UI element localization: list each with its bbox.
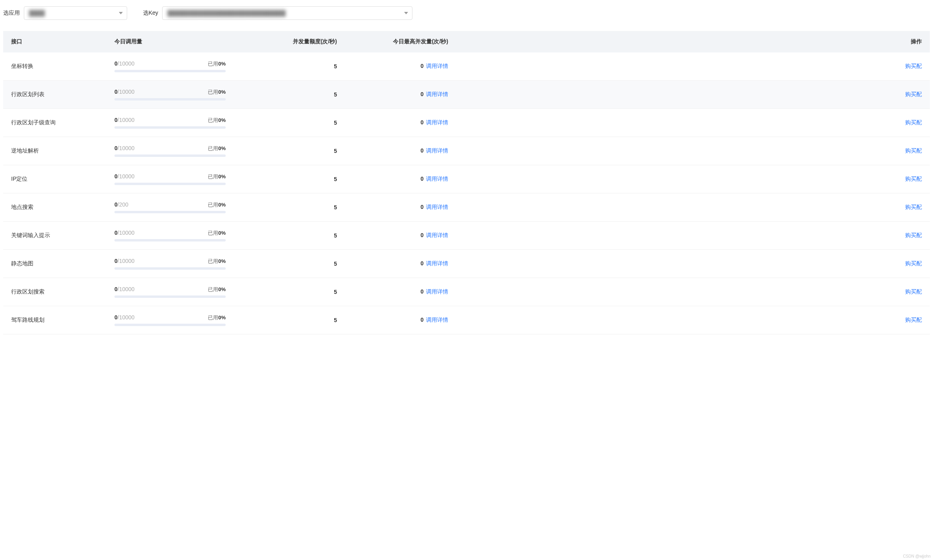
usage-limit: /10000: [118, 230, 135, 236]
quota-table: 接口 今日调用量 并发量额度(次/秒) 今日最高并发量(次/秒) 操作 坐标转换…: [3, 31, 930, 334]
column-header-api: 接口: [3, 31, 106, 52]
buy-link[interactable]: 购买配: [905, 147, 922, 154]
usage-used: 0: [114, 230, 118, 236]
peak-value: 0: [420, 63, 424, 69]
table-row: IP定位0/10000已用0%50调用详情购买配: [3, 165, 930, 193]
api-name: 行政区划列表: [3, 81, 106, 109]
concurrency-value: 5: [234, 193, 345, 222]
detail-link[interactable]: 调用详情: [426, 288, 448, 295]
buy-link[interactable]: 购买配: [905, 204, 922, 210]
usage-percent: 已用0%: [208, 230, 226, 237]
buy-link[interactable]: 购买配: [905, 317, 922, 323]
usage-percent: 已用0%: [208, 60, 226, 68]
usage-limit: /200: [118, 201, 128, 208]
usage-cell: 0/10000已用0%: [106, 137, 234, 165]
detail-link[interactable]: 调用详情: [426, 260, 448, 267]
action-cell: 购买配: [456, 278, 930, 306]
app-select-value: ████: [29, 10, 45, 16]
peak-value: 0: [420, 147, 424, 154]
key-select-label: 选Key: [143, 10, 158, 17]
api-name: 坐标转换: [3, 52, 106, 81]
peak-cell: 0调用详情: [345, 137, 456, 165]
usage-limit: /10000: [118, 286, 135, 292]
usage-cell: 0/10000已用0%: [106, 109, 234, 137]
api-name: 静态地图: [3, 250, 106, 278]
buy-link[interactable]: 购买配: [905, 232, 922, 238]
buy-link[interactable]: 购买配: [905, 260, 922, 266]
progress-bar: [114, 98, 226, 100]
app-select-label: 选应用: [3, 10, 20, 17]
usage-limit: /10000: [118, 258, 135, 264]
detail-link[interactable]: 调用详情: [426, 204, 448, 211]
detail-link[interactable]: 调用详情: [426, 176, 448, 183]
usage-used: 0: [114, 117, 118, 123]
action-cell: 购买配: [456, 193, 930, 222]
detail-link[interactable]: 调用详情: [426, 119, 448, 126]
peak-value: 0: [420, 260, 424, 266]
peak-cell: 0调用详情: [345, 81, 456, 109]
detail-link[interactable]: 调用详情: [426, 317, 448, 324]
buy-link[interactable]: 购买配: [905, 91, 922, 97]
detail-link[interactable]: 调用详情: [426, 147, 448, 154]
peak-cell: 0调用详情: [345, 278, 456, 306]
action-cell: 购买配: [456, 165, 930, 193]
peak-value: 0: [420, 204, 424, 210]
api-name: 逆地址解析: [3, 137, 106, 165]
detail-link[interactable]: 调用详情: [426, 91, 448, 98]
peak-value: 0: [420, 232, 424, 238]
peak-cell: 0调用详情: [345, 109, 456, 137]
progress-bar: [114, 70, 226, 72]
action-cell: 购买配: [456, 222, 930, 250]
progress-bar: [114, 239, 226, 241]
buy-link[interactable]: 购买配: [905, 176, 922, 182]
usage-limit: /10000: [118, 173, 135, 180]
table-row: 坐标转换0/10000已用0%50调用详情购买配: [3, 52, 930, 81]
api-name: 行政区划子级查询: [3, 109, 106, 137]
buy-link[interactable]: 购买配: [905, 119, 922, 126]
concurrency-value: 5: [234, 278, 345, 306]
table-row: 静态地图0/10000已用0%50调用详情购买配: [3, 250, 930, 278]
api-name: IP定位: [3, 165, 106, 193]
usage-used: 0: [114, 173, 118, 180]
usage-used: 0: [114, 258, 118, 264]
usage-cell: 0/10000已用0%: [106, 81, 234, 109]
usage-used: 0: [114, 314, 118, 321]
usage-cell: 0/10000已用0%: [106, 222, 234, 250]
usage-percent: 已用0%: [208, 117, 226, 124]
concurrency-value: 5: [234, 250, 345, 278]
usage-percent: 已用0%: [208, 258, 226, 265]
progress-bar: [114, 324, 226, 326]
table-row: 行政区划列表0/10000已用0%50调用详情购买配: [3, 81, 930, 109]
action-cell: 购买配: [456, 52, 930, 81]
peak-cell: 0调用详情: [345, 306, 456, 334]
buy-link[interactable]: 购买配: [905, 288, 922, 295]
usage-limit: /10000: [118, 145, 135, 151]
progress-bar: [114, 183, 226, 185]
app-select[interactable]: ████: [24, 6, 127, 20]
concurrency-value: 5: [234, 137, 345, 165]
usage-percent: 已用0%: [208, 201, 226, 209]
key-select[interactable]: ██████████████████████████████: [162, 6, 412, 20]
detail-link[interactable]: 调用详情: [426, 63, 448, 70]
buy-link[interactable]: 购买配: [905, 63, 922, 69]
column-header-usage: 今日调用量: [106, 31, 234, 52]
table-row: 逆地址解析0/10000已用0%50调用详情购买配: [3, 137, 930, 165]
peak-cell: 0调用详情: [345, 165, 456, 193]
usage-limit: /10000: [118, 117, 135, 123]
concurrency-value: 5: [234, 109, 345, 137]
api-name: 行政区划搜索: [3, 278, 106, 306]
concurrency-value: 5: [234, 306, 345, 334]
action-cell: 购买配: [456, 306, 930, 334]
concurrency-value: 5: [234, 222, 345, 250]
column-header-action: 操作: [456, 31, 930, 52]
usage-used: 0: [114, 89, 118, 95]
usage-used: 0: [114, 286, 118, 292]
usage-cell: 0/200已用0%: [106, 193, 234, 222]
column-header-peak: 今日最高并发量(次/秒): [345, 31, 456, 52]
table-row: 行政区划子级查询0/10000已用0%50调用详情购买配: [3, 109, 930, 137]
peak-cell: 0调用详情: [345, 193, 456, 222]
detail-link[interactable]: 调用详情: [426, 232, 448, 239]
api-name: 关键词输入提示: [3, 222, 106, 250]
usage-percent: 已用0%: [208, 286, 226, 293]
table-row: 行政区划搜索0/10000已用0%50调用详情购买配: [3, 278, 930, 306]
